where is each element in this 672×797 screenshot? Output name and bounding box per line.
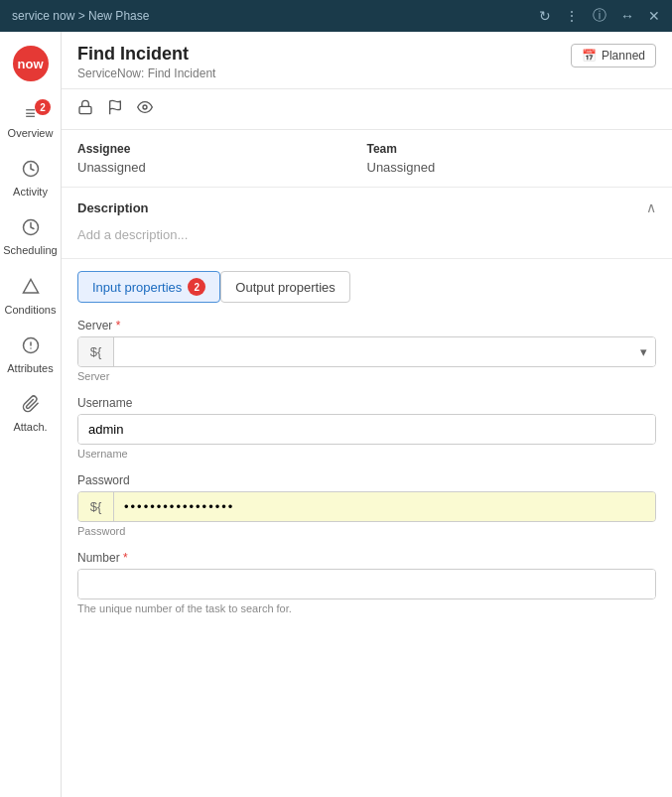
properties-section: Input properties 2 Output properties Ser… xyxy=(62,259,672,797)
password-input-row: ${ xyxy=(77,491,656,522)
info-icon[interactable]: ⓘ xyxy=(593,7,606,25)
server-prefix: ${ xyxy=(78,337,114,366)
assignee-label: Assignee xyxy=(77,142,367,156)
server-input-row: ${ ▾ xyxy=(77,336,656,367)
top-bar: service now > New Phase ↻ ⋮ ⓘ ↔ ✕ xyxy=(0,0,672,32)
password-hint: Password xyxy=(77,525,656,537)
expand-icon[interactable]: ↔ xyxy=(620,8,634,24)
password-input[interactable] xyxy=(114,492,655,521)
lock-icon[interactable] xyxy=(77,99,93,119)
assignee-section: Assignee Unassigned Team Unassigned xyxy=(62,130,672,188)
server-field: Server * ${ ▾ Server xyxy=(77,319,656,382)
sidebar-item-attributes[interactable]: Attributes xyxy=(0,327,61,385)
calendar-icon: 📅 xyxy=(582,49,597,63)
number-input-row xyxy=(77,569,656,599)
username-label: Username xyxy=(77,396,656,410)
more-icon[interactable]: ⋮ xyxy=(565,8,579,24)
team-value: Unassigned xyxy=(367,160,657,175)
assignee-value: Unassigned xyxy=(77,160,367,175)
sidebar-item-conditions[interactable]: Conditions xyxy=(0,268,61,327)
sidebar-item-label-attach: Attach. xyxy=(13,421,47,434)
breadcrumb: service now > New Phase xyxy=(12,9,533,23)
close-icon[interactable]: ✕ xyxy=(648,8,660,24)
server-dropdown-icon[interactable]: ▾ xyxy=(632,337,655,366)
team-col: Team Unassigned xyxy=(367,142,657,175)
description-title: Description xyxy=(77,200,149,215)
sidebar-item-overview[interactable]: ≡ Overview 2 xyxy=(0,93,61,150)
username-hint: Username xyxy=(77,448,656,460)
sidebar-item-label-overview: Overview xyxy=(8,127,54,140)
sidebar: now ≡ Overview 2 Activity Scheduli xyxy=(0,32,62,797)
tab-output-label: Output properties xyxy=(235,280,335,295)
eye-icon[interactable] xyxy=(137,99,153,119)
number-input[interactable] xyxy=(78,570,655,598)
password-field: Password ${ Password xyxy=(77,473,656,537)
sidebar-item-label-conditions: Conditions xyxy=(5,304,57,317)
svg-marker-2 xyxy=(23,279,38,293)
assignee-col: Assignee Unassigned xyxy=(77,142,367,175)
tab-output-properties[interactable]: Output properties xyxy=(220,271,349,303)
header-title-group: Find Incident ServiceNow: Find Incident xyxy=(77,44,215,80)
conditions-icon xyxy=(22,278,40,301)
status-label: Planned xyxy=(602,49,645,63)
tab-input-properties[interactable]: Input properties 2 xyxy=(77,271,220,303)
overview-badge: 2 xyxy=(35,99,51,115)
username-field: Username Username xyxy=(77,396,656,460)
sidebar-item-activity[interactable]: Activity xyxy=(0,150,61,208)
svg-rect-6 xyxy=(79,106,91,113)
team-label: Team xyxy=(367,142,657,156)
description-section: Description ∧ Add a description... xyxy=(62,188,672,259)
tab-input-badge: 2 xyxy=(188,278,205,296)
scheduling-icon xyxy=(22,218,40,241)
sidebar-item-scheduling[interactable]: Scheduling xyxy=(0,208,61,267)
password-prefix: ${ xyxy=(78,492,114,521)
app-logo: now xyxy=(13,46,49,81)
page-subtitle: ServiceNow: Find Incident xyxy=(77,66,215,80)
attach-icon xyxy=(22,395,40,418)
tabs: Input properties 2 Output properties xyxy=(77,271,656,303)
number-label: Number * xyxy=(77,551,656,565)
main-layout: now ≡ Overview 2 Activity Scheduli xyxy=(0,32,672,797)
server-input[interactable] xyxy=(114,337,632,366)
description-header: Description ∧ xyxy=(77,199,656,215)
refresh-icon[interactable]: ↻ xyxy=(539,8,551,24)
toolbar xyxy=(62,89,672,130)
sidebar-item-label-attributes: Attributes xyxy=(7,362,53,375)
attributes-icon xyxy=(22,336,40,359)
number-field: Number * The unique number of the task t… xyxy=(77,551,656,614)
tab-input-label: Input properties xyxy=(92,280,182,295)
description-placeholder[interactable]: Add a description... xyxy=(77,223,656,246)
activity-icon xyxy=(22,160,40,183)
server-label: Server * xyxy=(77,319,656,332)
sidebar-item-label-scheduling: Scheduling xyxy=(3,244,57,257)
page-title: Find Incident xyxy=(77,44,215,65)
sidebar-item-label-activity: Activity xyxy=(13,186,48,199)
top-bar-icons: ↻ ⋮ ⓘ ↔ ✕ xyxy=(539,7,660,25)
server-hint: Server xyxy=(77,370,656,382)
password-label: Password xyxy=(77,473,656,487)
content-area: Find Incident ServiceNow: Find Incident … xyxy=(62,32,672,797)
status-badge[interactable]: 📅 Planned xyxy=(571,44,656,67)
username-input-row xyxy=(77,414,656,445)
username-input[interactable] xyxy=(78,415,655,444)
content-header: Find Incident ServiceNow: Find Incident … xyxy=(62,32,672,89)
collapse-icon[interactable]: ∧ xyxy=(646,199,656,215)
sidebar-item-attach[interactable]: Attach. xyxy=(0,385,61,444)
number-hint: The unique number of the task to search … xyxy=(77,602,656,614)
svg-point-8 xyxy=(143,105,147,109)
flag-icon[interactable] xyxy=(107,99,123,119)
